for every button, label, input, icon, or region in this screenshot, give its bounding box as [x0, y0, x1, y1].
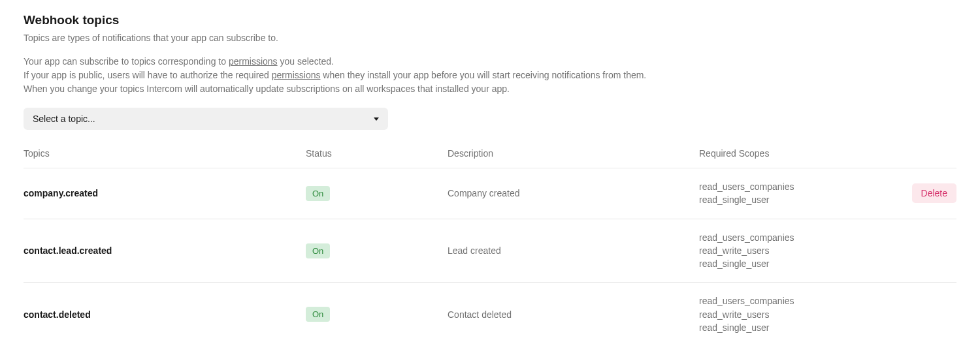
- status-badge: On: [306, 186, 330, 201]
- table-row: company.createdOnCompany createdread_use…: [24, 168, 956, 219]
- desc-text: If your app is public, users will have t…: [24, 70, 272, 80]
- permissions-link[interactable]: permissions: [272, 70, 321, 80]
- table-header: Topics Status Description Required Scope…: [24, 148, 956, 168]
- required-scopes: read_users_companiesread_single_user: [699, 180, 908, 207]
- header-scopes: Required Scopes: [699, 148, 908, 159]
- desc-text: you selected.: [278, 56, 334, 67]
- scope-item: read_single_user: [699, 321, 908, 334]
- scope-item: read_users_companies: [699, 180, 908, 193]
- topic-name: contact.deleted: [24, 309, 91, 320]
- topics-table: Topics Status Description Required Scope…: [24, 148, 956, 342]
- delete-button[interactable]: Delete: [912, 183, 956, 203]
- topic-select[interactable]: Select a topic...: [24, 108, 388, 130]
- scope-item: read_single_user: [699, 193, 908, 206]
- topic-name: contact.lead.created: [24, 245, 112, 256]
- chevron-down-icon: [374, 117, 379, 121]
- desc-text: When you change your topics Intercom wil…: [24, 82, 956, 96]
- page-subtitle: Topics are types of notifications that y…: [24, 33, 956, 43]
- status-badge: On: [306, 307, 330, 322]
- topic-description: Company created: [448, 188, 699, 198]
- scope-item: read_write_users: [699, 308, 908, 321]
- table-row: contact.lead.createdOnLead createdread_u…: [24, 219, 956, 283]
- topic-description: Contact deleted: [448, 309, 699, 320]
- header-topics: Topics: [24, 148, 306, 159]
- scope-item: read_users_companies: [699, 294, 908, 307]
- topic-description: Lead created: [448, 245, 699, 256]
- select-label: Select a topic...: [33, 114, 95, 124]
- desc-text: Your app can subscribe to topics corresp…: [24, 56, 229, 67]
- description-block: Your app can subscribe to topics corresp…: [24, 55, 956, 96]
- required-scopes: read_users_companiesread_write_usersread…: [699, 231, 908, 271]
- table-row: contact.deletedOnContact deletedread_use…: [24, 283, 956, 342]
- scope-item: read_single_user: [699, 257, 908, 270]
- scope-item: read_write_users: [699, 244, 908, 257]
- page-title: Webhook topics: [24, 13, 956, 27]
- header-description: Description: [448, 148, 699, 159]
- required-scopes: read_users_companiesread_write_usersread…: [699, 294, 908, 334]
- topic-name: company.created: [24, 188, 98, 198]
- status-badge: On: [306, 243, 330, 258]
- desc-text: when they install your app before you wi…: [320, 70, 646, 80]
- permissions-link[interactable]: permissions: [229, 56, 278, 67]
- scope-item: read_users_companies: [699, 231, 908, 244]
- header-status: Status: [306, 148, 448, 159]
